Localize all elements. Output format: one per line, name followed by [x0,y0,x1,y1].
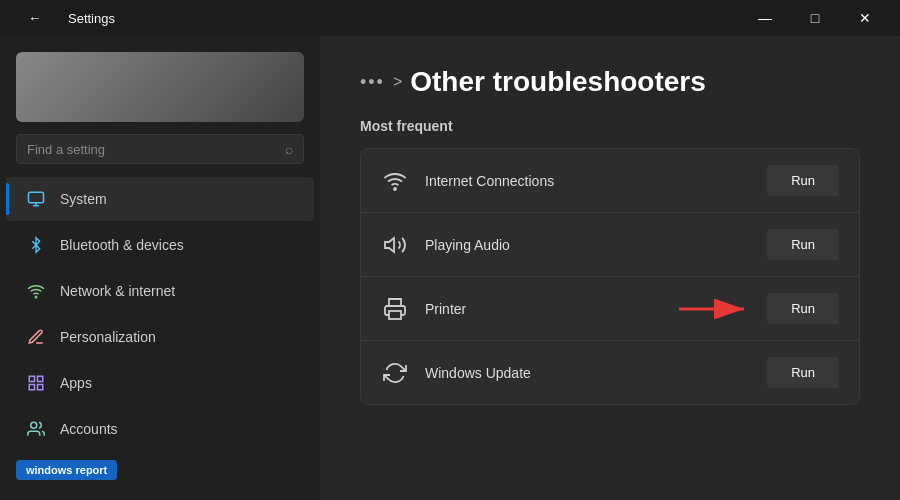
troubleshooter-item-audio: Playing Audio Run [361,213,859,277]
svg-rect-0 [29,192,44,203]
run-internet-button[interactable]: Run [767,165,839,196]
svg-rect-4 [29,376,34,381]
run-audio-button[interactable]: Run [767,229,839,260]
main-content: ••• > Other troubleshooters Most frequen… [320,36,900,500]
troubleshooter-item-windows-update: Windows Update Run [361,341,859,404]
search-input[interactable] [27,142,277,157]
sidebar-item-label-personalization: Personalization [60,329,156,345]
red-arrow-indicator [679,294,759,324]
apps-icon [26,373,46,393]
sidebar-item-personalization[interactable]: Personalization [6,315,314,359]
app-title: Settings [68,11,115,26]
svg-marker-10 [385,238,394,252]
system-icon [26,189,46,209]
svg-rect-6 [38,385,43,390]
internet-label: Internet Connections [425,173,554,189]
maximize-button[interactable]: □ [792,4,838,32]
svg-point-9 [394,188,396,190]
sidebar-item-label-network: Network & internet [60,283,175,299]
item-left-audio: Playing Audio [381,231,510,259]
audio-label: Playing Audio [425,237,510,253]
run-windows-update-button[interactable]: Run [767,357,839,388]
troubleshooter-item-printer: Printer Run [361,277,859,341]
printer-icon [381,295,409,323]
sidebar-item-label-apps: Apps [60,375,92,391]
item-left-internet: Internet Connections [381,167,554,195]
accounts-icon [26,419,46,439]
close-button[interactable]: ✕ [842,4,888,32]
internet-icon [381,167,409,195]
sidebar-item-label-bluetooth: Bluetooth & devices [60,237,184,253]
breadcrumb-dots: ••• [360,72,385,93]
search-box[interactable]: ⌕ [16,134,304,164]
sidebar-item-label-system: System [60,191,107,207]
windows-update-label: Windows Update [425,365,531,381]
sidebar-item-bluetooth[interactable]: Bluetooth & devices [6,223,314,267]
search-icon: ⌕ [285,141,293,157]
window-controls: — □ ✕ [742,4,888,32]
svg-point-8 [31,422,37,428]
sidebar-nav: System Bluetooth & devices [0,176,320,452]
windows-report-badge: windows report [16,460,117,480]
svg-rect-11 [389,311,401,319]
svg-rect-5 [38,376,43,381]
printer-label: Printer [425,301,466,317]
sidebar: ⌕ System [0,36,320,500]
sidebar-item-system[interactable]: System [6,177,314,221]
title-bar-left: ← Settings [12,4,115,32]
user-avatar [16,52,304,122]
svg-rect-7 [29,385,34,390]
windows-update-icon [381,359,409,387]
bluetooth-icon [26,235,46,255]
run-printer-button[interactable]: Run [767,293,839,324]
page-title: Other troubleshooters [410,66,706,98]
title-bar: ← Settings — □ ✕ [0,0,900,36]
network-icon [26,281,46,301]
sidebar-item-apps[interactable]: Apps [6,361,314,405]
item-left-printer: Printer [381,295,466,323]
sidebar-item-network[interactable]: Network & internet [6,269,314,313]
troubleshooter-list: Internet Connections Run Playing Audio [360,148,860,405]
sidebar-item-accounts[interactable]: Accounts [6,407,314,451]
breadcrumb: ••• > Other troubleshooters [360,66,860,98]
item-left-windows-update: Windows Update [381,359,531,387]
breadcrumb-arrow-icon: > [393,73,402,91]
section-label: Most frequent [360,118,860,134]
back-button[interactable]: ← [12,4,58,32]
personalization-icon [26,327,46,347]
sidebar-item-label-accounts: Accounts [60,421,118,437]
app-body: ⌕ System [0,36,900,500]
audio-icon [381,231,409,259]
svg-point-3 [35,296,37,298]
minimize-button[interactable]: — [742,4,788,32]
troubleshooter-item-internet: Internet Connections Run [361,149,859,213]
